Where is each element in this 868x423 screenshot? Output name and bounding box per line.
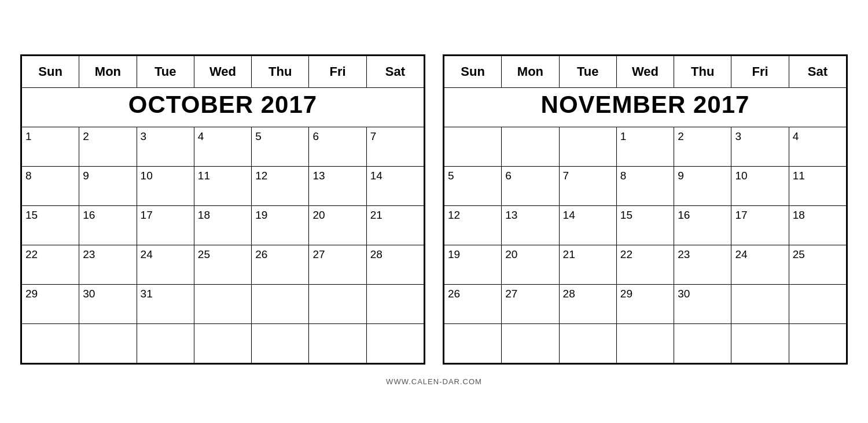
oct-header-sat: Sat: [366, 56, 424, 88]
oct-cell: [366, 285, 424, 324]
oct-header-wed: Wed: [194, 56, 251, 88]
footer-url: WWW.CALEN-DAR.COM: [386, 377, 482, 386]
nov-cell: 4: [789, 127, 846, 167]
oct-header-sun: Sun: [22, 56, 79, 88]
oct-cell: 3: [137, 127, 194, 167]
nov-cell: 2: [674, 127, 731, 167]
november-title: NOVEMBER 2017: [448, 91, 843, 119]
oct-cell: 12: [252, 167, 309, 206]
nov-cell: 26: [444, 285, 502, 324]
oct-cell: 31: [137, 285, 194, 324]
nov-cell: 9: [674, 167, 731, 206]
october-title-row: OCTOBER 2017: [22, 88, 424, 127]
oct-cell: 10: [137, 167, 194, 206]
nov-cell: 8: [616, 167, 674, 206]
oct-cell: 22: [22, 245, 79, 285]
oct-cell: 28: [366, 245, 424, 285]
oct-cell: [309, 285, 366, 324]
oct-cell: 2: [79, 127, 137, 167]
nov-cell: 22: [616, 245, 674, 285]
oct-cell: 18: [194, 206, 251, 245]
oct-cell: 30: [79, 285, 137, 324]
oct-cell: 15: [22, 206, 79, 245]
nov-cell: [444, 127, 502, 167]
oct-cell: 21: [366, 206, 424, 245]
nov-header-wed: Wed: [616, 56, 674, 88]
calendars-wrapper: Sun Mon Tue Wed Thu Fri Sat OCTOBER 2017: [3, 37, 865, 370]
october-calendar: Sun Mon Tue Wed Thu Fri Sat OCTOBER 2017: [20, 54, 425, 365]
nov-cell: 18: [789, 206, 846, 245]
oct-header-mon: Mon: [79, 56, 137, 88]
nov-cell: 6: [502, 167, 559, 206]
nov-cell: 28: [559, 285, 616, 324]
oct-cell: [137, 324, 194, 363]
october-title: OCTOBER 2017: [25, 91, 420, 119]
nov-cell: 25: [789, 245, 846, 285]
oct-cell: 4: [194, 127, 251, 167]
oct-week-6: [22, 324, 424, 363]
oct-cell: 14: [366, 167, 424, 206]
nov-week-3: 12 13 14 15 16 17 18: [444, 206, 847, 245]
oct-cell: [366, 324, 424, 363]
oct-cell: 6: [309, 127, 366, 167]
nov-cell: [731, 324, 789, 363]
oct-week-2: 8 9 10 11 12 13 14: [22, 167, 424, 206]
nov-cell: 3: [731, 127, 789, 167]
oct-cell: 17: [137, 206, 194, 245]
oct-cell: 1: [22, 127, 79, 167]
nov-cell: [559, 324, 616, 363]
oct-cell: [194, 285, 251, 324]
nov-cell: [559, 127, 616, 167]
nov-header-mon: Mon: [502, 56, 559, 88]
nov-cell: 19: [444, 245, 502, 285]
nov-header-sat: Sat: [789, 56, 846, 88]
oct-week-4: 22 23 24 25 26 27 28: [22, 245, 424, 285]
oct-cell: 25: [194, 245, 251, 285]
oct-cell: 19: [252, 206, 309, 245]
nov-header-thu: Thu: [674, 56, 731, 88]
nov-cell: [674, 324, 731, 363]
nov-cell: 29: [616, 285, 674, 324]
oct-cell: 27: [309, 245, 366, 285]
november-calendar: Sun Mon Tue Wed Thu Fri Sat NOVEMBER 201…: [443, 54, 848, 365]
nov-cell: 11: [789, 167, 846, 206]
nov-week-4: 19 20 21 22 23 24 25: [444, 245, 847, 285]
nov-cell: 23: [674, 245, 731, 285]
nov-week-5: 26 27 28 29 30: [444, 285, 847, 324]
oct-cell: 26: [252, 245, 309, 285]
oct-cell: 9: [79, 167, 137, 206]
nov-cell: 17: [731, 206, 789, 245]
november-title-row: NOVEMBER 2017: [444, 88, 847, 127]
nov-cell: [502, 324, 559, 363]
nov-cell: 12: [444, 206, 502, 245]
oct-header-thu: Thu: [252, 56, 309, 88]
oct-cell: [22, 324, 79, 363]
nov-header-tue: Tue: [559, 56, 616, 88]
nov-cell: 21: [559, 245, 616, 285]
oct-cell: [252, 324, 309, 363]
nov-cell: 1: [616, 127, 674, 167]
oct-week-1: 1 2 3 4 5 6 7: [22, 127, 424, 167]
nov-cell: 7: [559, 167, 616, 206]
oct-cell: 11: [194, 167, 251, 206]
oct-cell: 16: [79, 206, 137, 245]
nov-cell: [502, 127, 559, 167]
nov-week-1: 1 2 3 4: [444, 127, 847, 167]
oct-cell: 7: [366, 127, 424, 167]
nov-cell: [444, 324, 502, 363]
nov-cell: 30: [674, 285, 731, 324]
oct-cell: 23: [79, 245, 137, 285]
oct-cell: [79, 324, 137, 363]
oct-cell: 24: [137, 245, 194, 285]
nov-cell: 27: [502, 285, 559, 324]
oct-cell: 20: [309, 206, 366, 245]
oct-cell: 5: [252, 127, 309, 167]
nov-cell: 5: [444, 167, 502, 206]
oct-header-fri: Fri: [309, 56, 366, 88]
nov-cell: [731, 285, 789, 324]
nov-cell: 14: [559, 206, 616, 245]
oct-cell: 29: [22, 285, 79, 324]
nov-cell: 13: [502, 206, 559, 245]
nov-cell: 16: [674, 206, 731, 245]
oct-cell: 13: [309, 167, 366, 206]
